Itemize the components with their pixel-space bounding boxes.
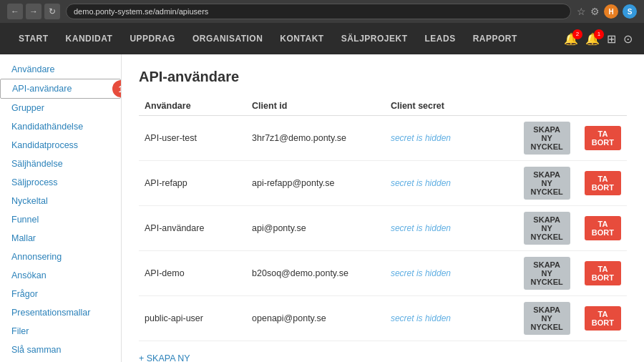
cell-secret: secret is hidden <box>385 161 515 206</box>
nav-kandidat[interactable]: KANDIDAT <box>59 29 120 48</box>
sidebar: Användare API-användare 1 Grupper Kandid… <box>0 54 122 362</box>
extensions-icon[interactable]: ⚙ <box>590 6 600 17</box>
content-area: API-användare Användare Client id Client… <box>122 54 644 362</box>
cell-user: API-användare <box>139 206 246 251</box>
nav-organisation[interactable]: ORGANISATION <box>185 29 270 48</box>
sidebar-item-anvandare[interactable]: Användare <box>0 60 121 79</box>
refresh-button[interactable]: ↻ <box>44 4 60 19</box>
forward-button[interactable]: → <box>26 4 42 19</box>
sidebar-item-grupper[interactable]: Grupper <box>0 99 121 117</box>
col-header-client-id: Client id <box>246 97 385 116</box>
sidebar-item-annonsering[interactable]: Annonsering <box>0 248 121 266</box>
browser-icons: ☆ ⚙ H S <box>577 4 637 19</box>
bookmark-icon[interactable]: ☆ <box>577 6 586 17</box>
table-row: API-användare api@ponty.se secret is hid… <box>139 206 627 251</box>
sidebar-item-funnel[interactable]: Funnel <box>0 210 121 229</box>
top-nav: START KANDIDAT UPPDRAG ORGANISATION KONT… <box>0 23 644 54</box>
sidebar-item-taggar[interactable]: Taggar <box>0 359 121 362</box>
cell-client-id: openapi@ponty.se <box>246 296 385 341</box>
top-nav-icons: 🔔 2 🔔 1 ⊞ ⊙ <box>564 32 633 46</box>
cell-action1: SKAPA NY NYCKEL <box>515 161 576 206</box>
cell-secret: secret is hidden <box>385 116 515 161</box>
cell-client-id: 3hr7z1@demo.ponty.se <box>246 116 385 161</box>
url-text: demo.ponty-system.se/admin/apiusers <box>74 7 208 16</box>
cell-secret: secret is hidden <box>385 206 515 251</box>
sidebar-item-mallar[interactable]: Mallar <box>0 229 121 248</box>
cell-action2: TA BORT <box>576 296 627 341</box>
cell-client-id: api-refapp@ponty.se <box>246 161 385 206</box>
api-table: Användare Client id Client secret API-us… <box>139 97 627 341</box>
cell-action2: TA BORT <box>576 161 627 206</box>
address-bar[interactable]: demo.ponty-system.se/admin/apiusers <box>66 4 571 19</box>
sidebar-item-frågor[interactable]: Frågor <box>0 285 121 303</box>
create-key-button[interactable]: SKAPA NY NYCKEL <box>524 212 570 245</box>
delete-button[interactable]: TA BORT <box>585 216 621 240</box>
grid-icon[interactable]: ⊞ <box>607 32 616 46</box>
cell-user: public-api-user <box>139 296 246 341</box>
sidebar-item-kandidatprocess[interactable]: Kandidatprocess <box>0 136 121 155</box>
create-key-button[interactable]: SKAPA NY NYCKEL <box>524 122 570 155</box>
notification-bell-1[interactable]: 🔔 2 <box>564 32 578 46</box>
delete-button[interactable]: TA BORT <box>585 306 621 331</box>
col-header-action2 <box>576 97 627 116</box>
cell-action1: SKAPA NY NYCKEL <box>515 206 576 251</box>
sidebar-item-slå-samman[interactable]: Slå samman <box>0 341 121 359</box>
add-new-button[interactable]: + SKAPA NY <box>139 353 190 362</box>
cell-action2: TA BORT <box>576 116 627 161</box>
cell-client-id: api@ponty.se <box>246 206 385 251</box>
browser-bar: ← → ↻ demo.ponty-system.se/admin/apiuser… <box>0 0 644 23</box>
nav-rapport[interactable]: RAPPORT <box>466 29 525 48</box>
nav-start[interactable]: START <box>11 29 56 48</box>
sidebar-item-presentationsmallar[interactable]: Presentationsmallar <box>0 303 121 322</box>
cell-action1: SKAPA NY NYCKEL <box>515 251 576 296</box>
create-key-button[interactable]: SKAPA NY NYCKEL <box>524 257 570 290</box>
user-icon[interactable]: ⊙ <box>623 32 633 46</box>
sidebar-item-ansökan[interactable]: Ansökan <box>0 266 121 285</box>
col-header-action1 <box>515 97 576 116</box>
avatar-1[interactable]: H <box>604 4 618 19</box>
cell-secret: secret is hidden <box>385 251 515 296</box>
avatar-2[interactable]: S <box>623 4 637 19</box>
notification-bell-2[interactable]: 🔔 1 <box>585 32 600 46</box>
sidebar-item-säljhändelse[interactable]: Säljhändelse <box>0 155 121 173</box>
cell-action2: TA BORT <box>576 206 627 251</box>
cell-secret: secret is hidden <box>385 296 515 341</box>
notification-badge-2: 1 <box>594 29 604 39</box>
col-header-user: Användare <box>139 97 246 116</box>
cell-client-id: b20soq@demo.ponty.se <box>246 251 385 296</box>
cell-user: API-refapp <box>139 161 246 206</box>
page-title: API-användare <box>139 69 627 85</box>
nav-leads[interactable]: LEADS <box>418 29 463 48</box>
delete-button[interactable]: TA BORT <box>585 171 621 195</box>
table-row: public-api-user openapi@ponty.se secret … <box>139 296 627 341</box>
cell-action1: SKAPA NY NYCKEL <box>515 116 576 161</box>
nav-uppdrag[interactable]: UPPDRAG <box>122 29 182 48</box>
col-header-secret: Client secret <box>385 97 515 116</box>
sidebar-item-api-anvandare[interactable]: API-användare <box>0 79 121 99</box>
cell-user: API-demo <box>139 251 246 296</box>
sidebar-item-filer[interactable]: Filer <box>0 322 121 341</box>
nav-kontakt[interactable]: KONTAKT <box>273 29 331 48</box>
cell-action1: SKAPA NY NYCKEL <box>515 296 576 341</box>
delete-button[interactable]: TA BORT <box>585 261 621 285</box>
sidebar-item-kandidathändelse[interactable]: Kandidathändelse <box>0 117 121 136</box>
table-row: API-refapp api-refapp@ponty.se secret is… <box>139 161 627 206</box>
table-row: API-user-test 3hr7z1@demo.ponty.se secre… <box>139 116 627 161</box>
top-nav-links: START KANDIDAT UPPDRAG ORGANISATION KONT… <box>11 29 525 48</box>
sidebar-item-säljprocess[interactable]: Säljprocess <box>0 173 121 192</box>
table-row: API-demo b20soq@demo.ponty.se secret is … <box>139 251 627 296</box>
main-layout: Användare API-användare 1 Grupper Kandid… <box>0 54 644 362</box>
cell-user: API-user-test <box>139 116 246 161</box>
nav-buttons: ← → ↻ <box>7 4 60 19</box>
cell-action2: TA BORT <box>576 251 627 296</box>
back-button[interactable]: ← <box>7 4 23 19</box>
sidebar-item-nyckeltal[interactable]: Nyckeltal <box>0 192 121 210</box>
nav-saljprojekt[interactable]: SÄLJPROJEKT <box>334 29 415 48</box>
notification-badge-1: 2 <box>572 29 582 39</box>
create-key-button[interactable]: SKAPA NY NYCKEL <box>524 167 570 200</box>
delete-button[interactable]: TA BORT <box>585 126 621 150</box>
create-key-button[interactable]: SKAPA NY NYCKEL <box>524 302 570 335</box>
